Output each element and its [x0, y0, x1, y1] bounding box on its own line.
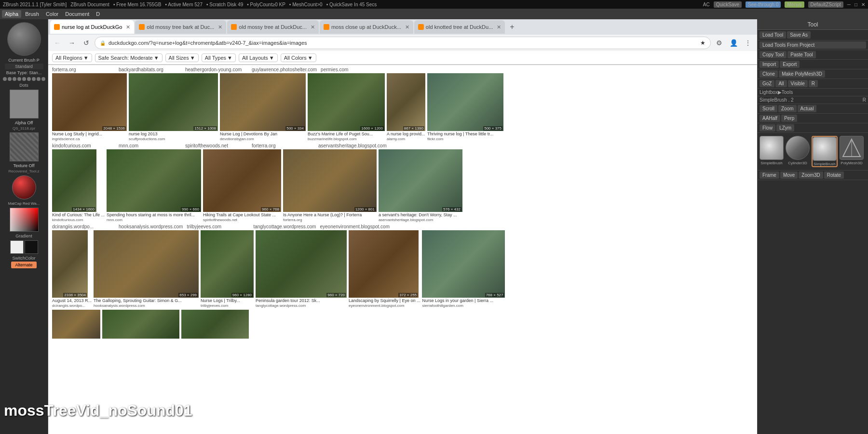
img-thumb-3-2[interactable]: 653 × 299	[94, 230, 199, 298]
img-thumb-1-3[interactable]: 500 × 334	[220, 73, 306, 131]
gradient-white[interactable]	[10, 240, 24, 254]
tab-close-3[interactable]: ✕	[311, 24, 315, 30]
actual-btn[interactable]: Actual	[798, 105, 817, 112]
img-thumb-3-4[interactable]: 960 × 720	[256, 230, 347, 298]
filter-colors[interactable]: All Colors ▼	[281, 53, 316, 62]
tab-close-5[interactable]: ✕	[497, 24, 501, 30]
menu-dots-btn[interactable]: ⋮	[742, 37, 754, 49]
img-thumb-1-6[interactable]: 500 × 375	[427, 73, 503, 131]
brush-preview[interactable]	[7, 22, 41, 56]
img-cell-1-6[interactable]: 500 × 375 Thriving nurse log | These lit…	[427, 73, 503, 141]
img-thumb-2-2[interactable]: 990 × 660	[107, 149, 201, 212]
menu-brush[interactable]: Brush	[22, 10, 42, 18]
star-icon[interactable]: ★	[700, 39, 705, 46]
move-btn[interactable]: Move	[780, 171, 798, 179]
forward-btn[interactable]: →	[66, 37, 78, 49]
texture-preview[interactable]	[10, 132, 39, 161]
standard-label[interactable]: Standard	[5, 64, 43, 69]
menu-document[interactable]: Document	[62, 10, 92, 18]
img-thumb-3-3[interactable]: 960 × 1280	[201, 230, 254, 298]
zoom3d-btn[interactable]: Zoom3D	[799, 171, 823, 179]
img-cell-1-3[interactable]: 500 × 334 Nurse Log | Devotions By Jan d…	[220, 73, 306, 141]
refresh-btn[interactable]: ↺	[80, 37, 93, 49]
menu-alpha[interactable]: Alpha	[2, 10, 21, 18]
dots-label[interactable]: Dots	[19, 83, 28, 88]
img-thumb-2-1[interactable]: 1434 × 1600	[52, 149, 96, 212]
save-as-btn[interactable]: Save As	[787, 31, 811, 39]
filter-regions[interactable]: All Regions ▼	[52, 53, 92, 62]
frame-btn[interactable]: Frame	[760, 171, 779, 179]
alpha-label[interactable]: Alpha Off	[15, 120, 33, 125]
browser-tab-3[interactable]: old mossy tree at DuckDuc... ✕	[227, 20, 319, 34]
add-tab-btn[interactable]: +	[506, 22, 518, 32]
back-btn[interactable]: ←	[51, 37, 64, 49]
switch-color-label[interactable]: SwitchColor	[12, 256, 35, 261]
gradient-black[interactable]	[25, 240, 38, 254]
close-btn[interactable]: ✕	[861, 2, 865, 7]
img-cell-3-5[interactable]: 372 × 255 Landscaping by Squirrelly | Ey…	[349, 230, 420, 308]
img-cell-3-3[interactable]: 960 × 1280 Nurse Logs | Trilby... trilby…	[201, 230, 254, 308]
img-thumb-1-2[interactable]: 1512 × 1008	[129, 73, 218, 131]
tool-cylinder3d[interactable]: Cylinder3D	[786, 136, 810, 165]
color-picker[interactable]	[10, 208, 39, 232]
alpha-preview[interactable]	[10, 90, 39, 118]
minimize-btn[interactable]: ─	[847, 2, 851, 7]
img-cell-4-1[interactable]	[52, 310, 100, 339]
img-thumb-1-4[interactable]: 1600 × 1200	[308, 73, 385, 131]
texture-label[interactable]: Texture Off	[14, 163, 35, 168]
load-tool-btn[interactable]: Load Tool	[760, 31, 786, 39]
r2-btn[interactable]: R	[863, 97, 866, 103]
scroll-btn[interactable]: Scroll	[760, 105, 777, 112]
see-through[interactable]: See-through 0	[746, 1, 781, 8]
visible-btn[interactable]: Visible	[788, 80, 808, 87]
img-cell-1-2[interactable]: 1512 × 1008 nurse log 2013 scuffproducti…	[129, 73, 218, 141]
img-cell-2-4[interactable]: 1200 × 801 Is Anyone Here a Nurse (Log)?…	[283, 149, 377, 222]
menu-color[interactable]: Color	[43, 10, 61, 18]
img-cell-2-2[interactable]: 990 × 660 Spending hours staring at moss…	[107, 149, 201, 222]
image-grid-container[interactable]: forterra.org backyardhabitats.org heathe…	[48, 65, 757, 434]
menus-btn[interactable]: Menus	[785, 1, 804, 8]
img-thumb-2-5[interactable]: 576 × 432	[379, 149, 462, 212]
filter-safe-search[interactable]: Safe Search: Moderate ▼	[95, 53, 163, 62]
lzym-btn[interactable]: LZym	[776, 124, 794, 132]
perp-btn[interactable]: Perp	[781, 115, 797, 122]
import-btn[interactable]: Import	[760, 61, 779, 68]
img-thumb-3-5[interactable]: 372 × 255	[349, 230, 419, 298]
img-cell-4-2[interactable]	[102, 310, 179, 339]
paste-tool-btn[interactable]: Paste Tool	[787, 51, 816, 58]
img-cell-3-4[interactable]: 960 × 720 Peninsula garden tour 2012: Sk…	[256, 230, 347, 308]
flow-btn[interactable]: Flow	[760, 124, 775, 132]
img-cell-3-1[interactable]: 2336 × 3504 August 14, 2013 R... dcirang…	[52, 230, 92, 308]
extensions-btn[interactable]: ⚙	[713, 37, 725, 49]
copy-tool-btn[interactable]: Copy Tool	[760, 51, 787, 58]
address-bar[interactable]: 🔒 duckduckgo.com/?q=nurse+log&t=chroment…	[95, 37, 711, 49]
tool-polymesh3d[interactable]: PolyMesh3D	[840, 136, 864, 165]
img-cell-2-1[interactable]: 1434 × 1600 Kind of Curious: The Life ..…	[52, 149, 105, 222]
tab-close-4[interactable]: ✕	[405, 24, 409, 30]
img-thumb-3-6[interactable]: 768 × 527	[422, 230, 505, 298]
maximize-btn[interactable]: □	[854, 2, 857, 7]
matcap-ball[interactable]	[12, 175, 36, 199]
img-cell-1-4[interactable]: 1600 × 1200 Buzz's Marine Life of Puget …	[308, 73, 385, 141]
img-thumb-2-4[interactable]: 1200 × 801	[283, 149, 377, 212]
default-z[interactable]: DefaultZScript	[808, 1, 843, 8]
load-tools-project-btn[interactable]: Load Tools From Project	[760, 41, 866, 49]
tab-close-1[interactable]: ✕	[126, 24, 130, 30]
menu-d[interactable]: D	[93, 10, 103, 18]
browser-tab-4[interactable]: moss close up at DuckDuck... ✕	[320, 20, 413, 34]
lightbox-row[interactable]: Lightbox▶Tools	[758, 89, 868, 96]
tool-simple-brush-2[interactable]: SimpleBrush	[812, 136, 838, 167]
clone-btn[interactable]: Clone	[760, 70, 778, 78]
make-polymesh-btn[interactable]: Make PolyMesh3D	[779, 70, 825, 78]
quick-save-btn[interactable]: QuickSave	[714, 1, 742, 8]
export-btn[interactable]: Export	[780, 61, 800, 68]
img-thumb-1-1[interactable]: 2048 × 1536	[52, 73, 127, 131]
img-cell-2-3[interactable]: 960 × 768 Hiking Trails at Cape Lookout …	[203, 149, 281, 222]
profile-btn[interactable]: 👤	[727, 37, 740, 49]
filter-sizes[interactable]: All Sizes ▼	[165, 53, 199, 62]
img-thumb-2-3[interactable]: 960 × 768	[203, 149, 281, 212]
browser-tab-5[interactable]: old knotted tree at DuckDu... ✕	[414, 20, 505, 34]
gradient-label[interactable]: Gradient	[15, 234, 32, 238]
r-btn[interactable]: R	[809, 80, 818, 87]
tab-close-2[interactable]: ✕	[218, 24, 222, 30]
